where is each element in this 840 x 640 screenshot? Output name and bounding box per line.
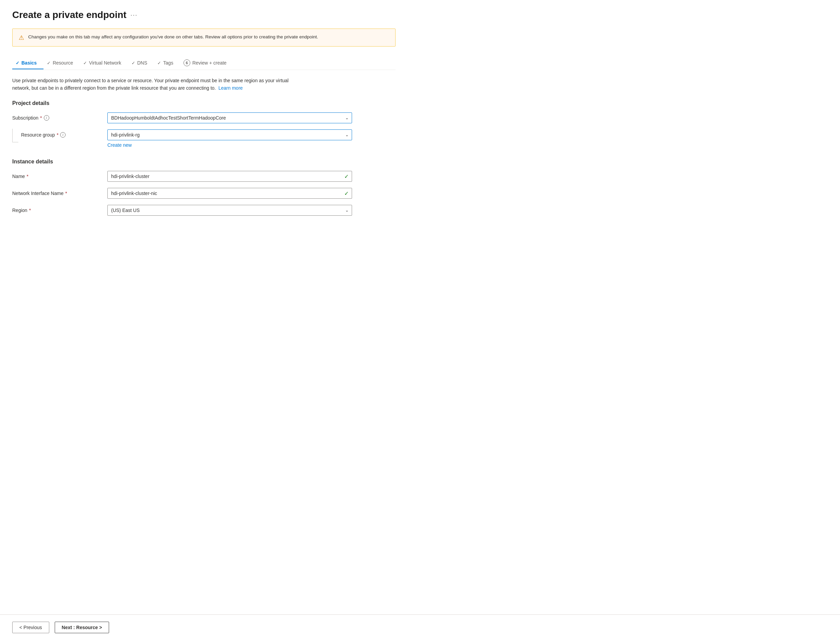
indent-wrapper: Resource group * i [12, 132, 107, 146]
tab-tags-label: Tags [163, 60, 173, 66]
instance-details-title: Instance details [12, 158, 396, 165]
region-label-col: Region * [12, 205, 107, 213]
description-main: Use private endpoints to privately conne… [12, 78, 289, 91]
page-title: Create a private endpoint [12, 10, 127, 21]
tab-resource-label: Resource [53, 60, 73, 66]
tab-dns[interactable]: ✓ DNS [128, 57, 154, 69]
nic-name-label: Network Interface Name * [12, 190, 107, 196]
region-required: * [29, 208, 30, 213]
name-input[interactable] [107, 171, 352, 182]
previous-button[interactable]: < Previous [12, 622, 49, 633]
subscription-select-wrapper: BDHadoopHumboldtAdhocTestShortTermHadoop… [107, 112, 352, 123]
instance-details-section: Instance details Name * ✓ Network Interf… [12, 158, 396, 216]
bottom-nav: < Previous Next : Resource > [0, 614, 840, 640]
resource-group-info-icon[interactable]: i [60, 132, 66, 138]
name-label: Name * [12, 174, 107, 179]
page-title-row: Create a private endpoint ··· [12, 10, 396, 21]
region-control: (US) East US ⌄ [107, 205, 352, 216]
warning-text: Changes you make on this tab may affect … [28, 34, 318, 40]
subscription-select[interactable]: BDHadoopHumboldtAdhocTestShortTermHadoop… [107, 112, 352, 123]
tab-basics-label: Basics [21, 60, 37, 66]
description: Use private endpoints to privately conne… [12, 77, 305, 92]
subscription-row: Subscription * i BDHadoopHumboldtAdhocTe… [12, 112, 396, 123]
project-details-section: Project details Subscription * i BDHadoo… [12, 100, 396, 148]
project-details-title: Project details [12, 100, 396, 106]
tab-dns-label: DNS [137, 60, 147, 66]
resource-group-row: Resource group * i hdi-privlink-rg ⌄ Cre… [12, 130, 396, 148]
subscription-label-col: Subscription * i [12, 112, 107, 121]
name-row: Name * ✓ [12, 171, 396, 182]
tab-basics-check: ✓ [16, 61, 19, 66]
subscription-required: * [40, 115, 42, 121]
warning-banner: ⚠ Changes you make on this tab may affec… [12, 29, 396, 46]
resource-group-required: * [57, 132, 58, 138]
subscription-label: Subscription * i [12, 115, 107, 121]
region-label: Region * [12, 208, 107, 213]
next-button[interactable]: Next : Resource > [55, 622, 109, 633]
subscription-info-icon[interactable]: i [44, 115, 49, 121]
tab-dns-check: ✓ [131, 61, 135, 66]
region-row: Region * (US) East US ⌄ [12, 205, 396, 216]
warning-icon: ⚠ [19, 34, 24, 42]
name-label-col: Name * [12, 171, 107, 179]
tab-resource-check: ✓ [47, 61, 51, 66]
nic-name-input-wrapper: ✓ [107, 188, 352, 199]
nic-name-control: ✓ [107, 188, 352, 199]
resource-group-select[interactable]: hdi-privlink-rg [107, 130, 352, 140]
name-required: * [27, 174, 28, 179]
tab-resource[interactable]: ✓ Resource [43, 57, 80, 69]
name-input-wrapper: ✓ [107, 171, 352, 182]
create-new-link[interactable]: Create new [107, 142, 132, 148]
tab-tags-check: ✓ [157, 61, 161, 66]
tab-vnet-check: ✓ [83, 61, 87, 66]
nic-name-label-col: Network Interface Name * [12, 188, 107, 196]
tab-review-badge: 6 [183, 59, 190, 66]
resource-group-select-wrapper: hdi-privlink-rg ⌄ [107, 130, 352, 140]
ellipsis-menu[interactable]: ··· [130, 11, 138, 19]
subscription-control: BDHadoopHumboldtAdhocTestShortTermHadoop… [107, 112, 352, 123]
resource-group-label-col: Resource group * i [12, 130, 107, 146]
resource-group-label: Resource group * i [21, 132, 66, 138]
tab-vnet-label: Virtual Network [89, 60, 121, 66]
nic-name-required: * [65, 190, 67, 196]
nic-name-input[interactable] [107, 188, 352, 199]
tab-tags[interactable]: ✓ Tags [154, 57, 180, 69]
resource-group-control: hdi-privlink-rg ⌄ Create new [107, 130, 352, 148]
tab-review-label: Review + create [192, 60, 227, 66]
region-select[interactable]: (US) East US [107, 205, 352, 216]
name-control: ✓ [107, 171, 352, 182]
nic-name-row: Network Interface Name * ✓ [12, 188, 396, 199]
region-select-wrapper: (US) East US ⌄ [107, 205, 352, 216]
tabs-row: ✓ Basics ✓ Resource ✓ Virtual Network ✓ … [12, 56, 396, 70]
tab-basics[interactable]: ✓ Basics [12, 57, 43, 69]
indent-line [12, 129, 18, 142]
tab-review-create[interactable]: 6 Review + create [180, 56, 234, 70]
tab-virtual-network[interactable]: ✓ Virtual Network [80, 57, 128, 69]
learn-more-link[interactable]: Learn more [218, 85, 243, 91]
